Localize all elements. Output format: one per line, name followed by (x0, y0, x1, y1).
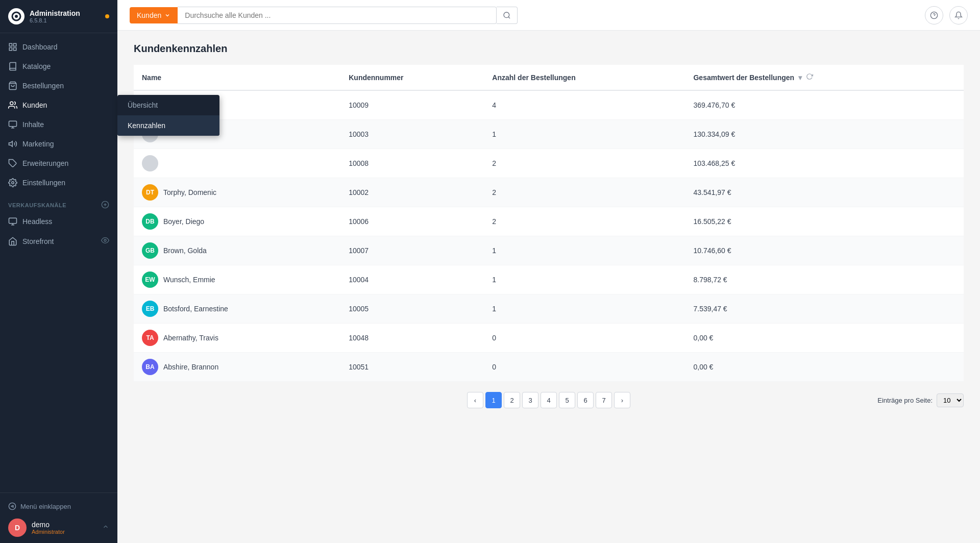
customer-name: Wunsch, Emmie (163, 276, 215, 284)
customer-name: Brown, Golda (163, 246, 207, 255)
sidebar-item-inhalte[interactable]: Inhalte (0, 115, 117, 134)
sidebar-item-kunden-label: Kunden (22, 101, 109, 109)
col-gesamtwert[interactable]: Gesamtwert der Bestellungen ▾ (685, 65, 964, 90)
sidebar-item-kunden[interactable]: Kunden (0, 95, 117, 115)
submenu-item-kennzahlen[interactable]: Kennzahlen (117, 115, 219, 136)
storefront-eye-icon (101, 236, 109, 246)
user-chevron-icon (102, 523, 109, 532)
app-name: Administration (30, 9, 80, 18)
table-row[interactable]: BA Abshire, Brannon 1005100,00 € (134, 353, 964, 382)
sidebar-item-dashboard[interactable]: Dashboard (0, 37, 117, 57)
app-version: 6.5.8.1 (30, 17, 80, 23)
svg-point-16 (104, 239, 106, 241)
user-profile[interactable]: D demo Administrator (8, 513, 109, 537)
cell-kundennummer: 10006 (340, 207, 484, 236)
table-row[interactable]: GB Brown, Golda 10007110.746,60 € (134, 236, 964, 265)
cell-kundennummer: 10008 (340, 149, 484, 178)
table-row[interactable]: CL Lockman, Cruz 100094369.476,70 € (134, 90, 964, 120)
cell-gesamtwert: 0,00 € (685, 353, 964, 382)
topbar: Kunden (117, 0, 980, 31)
cell-kundennummer: 10003 (340, 120, 484, 149)
page-button-2[interactable]: 2 (504, 392, 520, 408)
col-kundennummer: Kundennummer (340, 65, 484, 90)
storefront-icon (8, 237, 17, 246)
next-page-button[interactable]: › (614, 392, 630, 408)
topbar-actions (925, 6, 968, 24)
cell-gesamtwert: 130.334,09 € (685, 120, 964, 149)
page-button-7[interactable]: 7 (596, 392, 612, 408)
refresh-button[interactable] (804, 71, 815, 84)
cell-kundennummer: 10051 (340, 353, 484, 382)
sidebar-item-inhalte-label: Inhalte (22, 120, 109, 129)
pagination: ‹ 1 2 3 4 5 6 7 › Einträge pro Seite: 10… (134, 382, 964, 418)
sidebar-item-erweiterungen[interactable]: Erweiterungen (0, 154, 117, 173)
table-row[interactable]: DB Boyer, Diego 10006216.505,22 € (134, 207, 964, 236)
prev-page-button[interactable]: ‹ (467, 392, 483, 408)
search-submit-button[interactable] (497, 7, 518, 24)
notifications-button[interactable] (949, 6, 968, 24)
dashboard-icon (8, 42, 17, 52)
svg-point-1 (15, 15, 18, 18)
per-page-select[interactable]: 10 25 50 (937, 393, 964, 407)
sidebar-item-storefront[interactable]: Storefront (0, 231, 117, 251)
page-button-4[interactable]: 4 (541, 392, 557, 408)
table-row[interactable]: TA Abernathy, Travis 1004800,00 € (134, 324, 964, 353)
sidebar-item-einstellungen[interactable]: Einstellungen (0, 173, 117, 192)
cell-kundennummer: 10004 (340, 265, 484, 294)
page-button-3[interactable]: 3 (522, 392, 538, 408)
main-content: Kunden Kundenkennzahlen Name Kundennu (117, 0, 980, 543)
headless-icon (8, 217, 17, 226)
search-input[interactable] (178, 7, 497, 24)
sidebar-item-headless[interactable]: Headless (0, 212, 117, 231)
avatar: GB (142, 242, 158, 259)
svg-marker-9 (9, 141, 13, 147)
sidebar-item-kataloge[interactable]: Kataloge (0, 57, 117, 76)
cell-gesamtwert: 10.746,60 € (685, 236, 964, 265)
sidebar-nav: Dashboard Kataloge Bestellungen Kunden I… (0, 33, 117, 492)
table-row[interactable]: 100031130.334,09 € (134, 120, 964, 149)
cell-anzahl: 1 (484, 294, 685, 324)
cell-gesamtwert: 369.476,70 € (685, 90, 964, 120)
sidebar-item-erweiterungen-label: Erweiterungen (22, 159, 109, 167)
page-button-5[interactable]: 5 (559, 392, 575, 408)
settings-icon (8, 178, 17, 187)
cell-anzahl: 4 (484, 90, 685, 120)
table-row[interactable]: EB Botsford, Earnestine 1000517.539,47 € (134, 294, 964, 324)
page-button-6[interactable]: 6 (577, 392, 594, 408)
add-sales-channel-icon[interactable] (101, 201, 109, 210)
search-type-button[interactable]: Kunden (130, 7, 178, 23)
cell-anzahl: 1 (484, 265, 685, 294)
collapse-menu-label: Menü einklappen (20, 503, 71, 510)
cell-name: GB Brown, Golda (134, 236, 340, 265)
svg-point-17 (9, 503, 15, 509)
avatar: DT (142, 184, 158, 201)
customer-name: Abernathy, Travis (163, 334, 218, 342)
collapse-menu-button[interactable]: Menü einklappen (8, 499, 109, 513)
cell-anzahl: 1 (484, 120, 685, 149)
sidebar-item-dashboard-label: Dashboard (22, 43, 109, 51)
cell-gesamtwert: 8.798,72 € (685, 265, 964, 294)
search-type-label: Kunden (137, 11, 161, 19)
cell-anzahl: 0 (484, 353, 685, 382)
svg-rect-4 (9, 48, 12, 51)
table-body: CL Lockman, Cruz 100094369.476,70 €10003… (134, 90, 964, 382)
extensions-icon (8, 159, 17, 168)
table-row[interactable]: 100082103.468,25 € (134, 149, 964, 178)
svg-rect-2 (9, 43, 12, 46)
cell-gesamtwert: 43.541,97 € (685, 178, 964, 207)
sidebar-item-bestellungen[interactable]: Bestellungen (0, 76, 117, 95)
sidebar-item-marketing[interactable]: Marketing (0, 134, 117, 154)
page-button-1[interactable]: 1 (485, 392, 502, 408)
search-wrapper: Kunden (130, 7, 518, 24)
avatar: EW (142, 272, 158, 288)
page-title: Kundenkennzahlen (134, 43, 964, 55)
help-button[interactable] (925, 6, 943, 24)
col-anzahl: Anzahl der Bestellungen (484, 65, 685, 90)
svg-point-11 (12, 182, 14, 184)
sidebar-item-headless-label: Headless (22, 217, 109, 226)
sales-channels-title: Verkaufskanäle (8, 202, 66, 208)
sidebar-header: Administration 6.5.8.1 (0, 0, 117, 33)
table-row[interactable]: DT Torphy, Domenic 10002243.541,97 € (134, 178, 964, 207)
submenu-item-uebersicht[interactable]: Übersicht (117, 95, 219, 115)
table-row[interactable]: EW Wunsch, Emmie 1000418.798,72 € (134, 265, 964, 294)
